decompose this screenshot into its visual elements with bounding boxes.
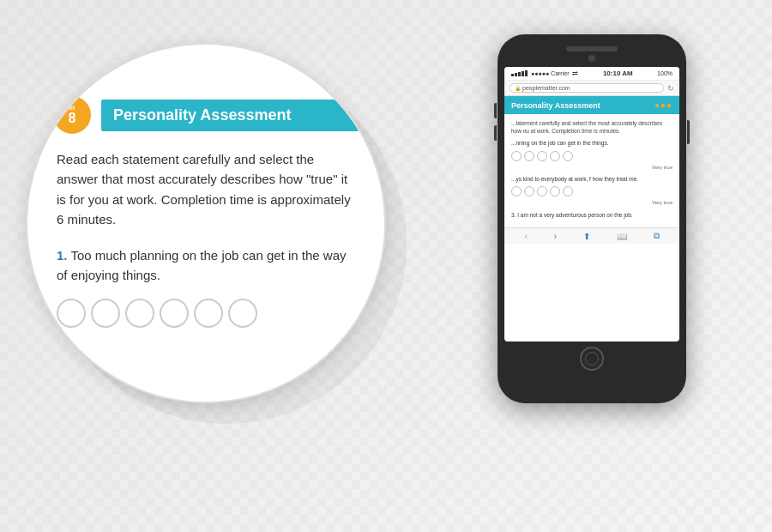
- app-rating-2: [511, 186, 672, 196]
- phone-camera: [588, 55, 595, 62]
- app-content: ...tatement carefully and select the mos…: [504, 114, 679, 227]
- url-text: peoplematter.com: [522, 85, 570, 91]
- status-bar: ●●●●● Carrier ⇌ 10:10 AM 100%: [504, 67, 679, 81]
- app-header-dots[interactable]: ●●●: [654, 100, 672, 110]
- tabs-button[interactable]: ⧉: [654, 231, 660, 241]
- magnifier-body: Read each statement carefully and select…: [53, 149, 359, 328]
- signal-area: ●●●●● Carrier ⇌: [511, 70, 578, 77]
- step-badge: el 8: [53, 96, 91, 134]
- power-button[interactable]: [687, 120, 690, 144]
- app-rating-circle-10[interactable]: [563, 186, 573, 196]
- app-rating-circle-1[interactable]: [511, 151, 522, 161]
- phone-screen: ●●●●● Carrier ⇌ 10:10 AM 100% 🔒 peoplema…: [504, 67, 679, 342]
- very-true-label-2: Very true: [511, 199, 672, 206]
- rating-circle-4[interactable]: [160, 299, 189, 328]
- app-instruction-text: ...tatement carefully and select the mos…: [511, 119, 672, 135]
- app-rating-circle-8[interactable]: [537, 186, 547, 196]
- home-button[interactable]: [580, 347, 604, 371]
- app-rating-circle-7[interactable]: [524, 186, 534, 196]
- phone: ●●●●● Carrier ⇌ 10:10 AM 100% 🔒 peoplema…: [498, 34, 686, 403]
- home-button-inner: [585, 352, 599, 366]
- browser-bar: 🔒 peoplematter.com ↻: [504, 81, 679, 96]
- url-box[interactable]: 🔒 peoplematter.com: [510, 83, 664, 93]
- signal-dots: [511, 70, 528, 76]
- app-rating-1: [511, 151, 672, 161]
- scene: el 8 Personality Assessment Read each st…: [0, 0, 772, 532]
- app-header-title: Personality Assessment: [511, 101, 600, 110]
- question-1-text: 1. Too much planning on the job can get …: [57, 246, 355, 285]
- app-rating-circle-4[interactable]: [550, 151, 560, 161]
- instruction-text: Read each statement carefully and select…: [57, 149, 355, 229]
- bookmarks-button[interactable]: 📖: [617, 232, 627, 241]
- app-question-2: ...ys kind to everybody at work, f how t…: [511, 176, 672, 183]
- share-button[interactable]: ⬆: [583, 232, 590, 241]
- browser-nav-bar: ‹ › ⬆ 📖 ⧉: [504, 227, 679, 244]
- volume-up-button[interactable]: [494, 103, 497, 118]
- magnifier-header: el 8 Personality Assessment: [53, 96, 359, 134]
- phone-side-buttons: [494, 103, 497, 148]
- magnifier-circle: el 8 Personality Assessment Read each st…: [26, 43, 386, 403]
- app-header: Personality Assessment ●●●: [504, 96, 679, 114]
- rating-circle-2[interactable]: [91, 299, 120, 328]
- app-question-1: ...nning on the job can get in the thing…: [511, 140, 672, 147]
- lock-icon: 🔒: [515, 85, 521, 91]
- app-rating-circle-2[interactable]: [524, 151, 534, 161]
- app-rating-circle-5[interactable]: [563, 151, 573, 161]
- back-button[interactable]: ‹: [524, 232, 527, 241]
- rating-circle-3[interactable]: [125, 299, 154, 328]
- phone-speaker: [566, 46, 618, 51]
- app-rating-circle-9[interactable]: [550, 186, 560, 196]
- header-title: Personality Assessment: [113, 106, 347, 124]
- rating-circle-6[interactable]: [228, 299, 257, 328]
- header-title-bar: Personality Assessment: [101, 100, 359, 131]
- volume-down-button[interactable]: [494, 125, 497, 141]
- forward-button[interactable]: ›: [554, 232, 557, 241]
- battery-label: 100%: [657, 70, 672, 76]
- status-time: 10:10 AM: [603, 70, 633, 77]
- rating-circle-1[interactable]: [57, 299, 86, 328]
- app-rating-circle-3[interactable]: [537, 151, 547, 161]
- app-rating-circle-6[interactable]: [511, 186, 522, 196]
- question-1-number: 1.: [57, 248, 68, 263]
- wifi-icon: ⇌: [572, 70, 578, 77]
- reload-icon[interactable]: ↻: [667, 84, 674, 93]
- app-question-3: 3. I am not a very adventurous person on…: [511, 212, 672, 219]
- step-number: 8: [69, 112, 76, 125]
- rating-circle-5[interactable]: [194, 299, 223, 328]
- very-true-label-1: Very true: [511, 164, 672, 171]
- rating-row-1: [57, 299, 355, 328]
- carrier-label: ●●●●● Carrier: [531, 70, 569, 76]
